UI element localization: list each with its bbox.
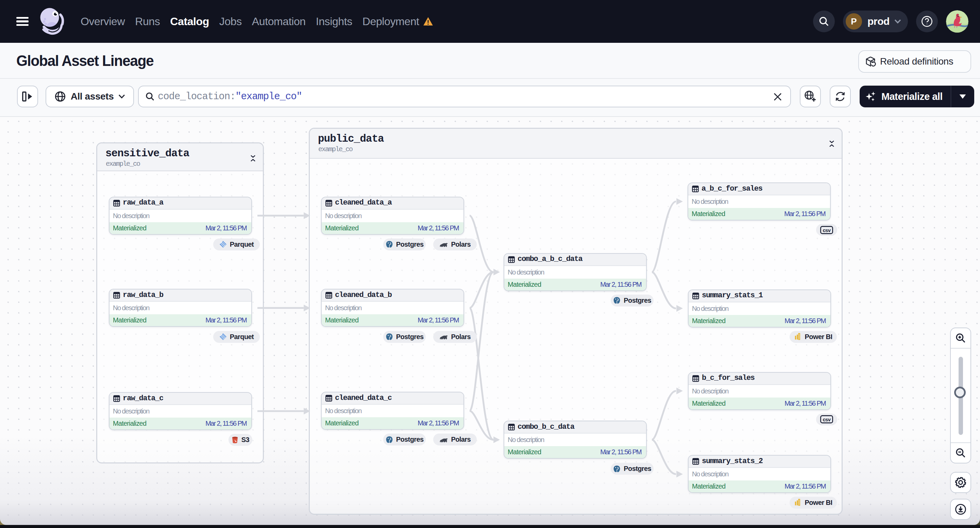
svg-text:csv: csv bbox=[822, 417, 831, 422]
svg-text:csv: csv bbox=[822, 227, 831, 233]
